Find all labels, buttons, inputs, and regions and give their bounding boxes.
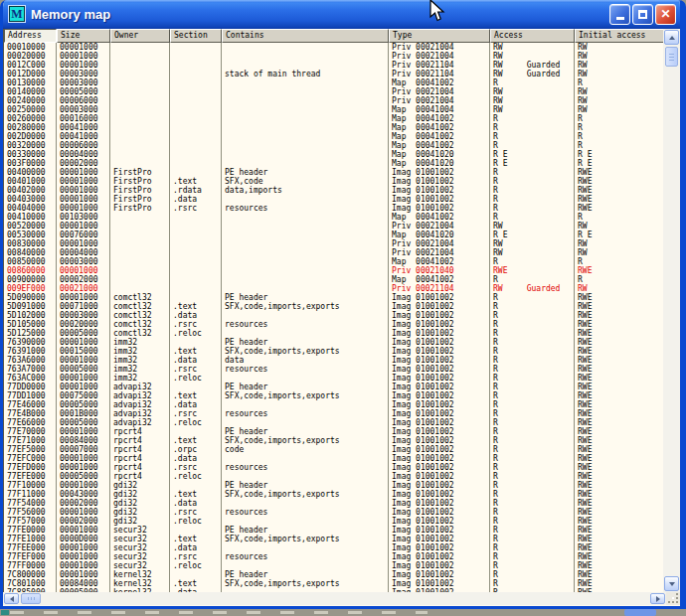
table-row[interactable]: 77DD000000001000advapi32PE headerImag 01… xyxy=(4,383,663,391)
minimize-button[interactable] xyxy=(609,4,630,25)
table-row[interactable]: 0032000000006000Map 00041002RR xyxy=(4,141,663,150)
table-cell: Imag 01001002 xyxy=(389,177,490,186)
table-row[interactable]: 77F1000000001000gdi32PE headerImag 01001… xyxy=(4,481,663,490)
table-row[interactable]: 0040300000001000FirstPro.dataImag 010010… xyxy=(4,195,663,204)
table-row[interactable]: 5D09000000001000comctl32PE headerImag 01… xyxy=(4,293,663,302)
horizontal-scrollbar[interactable] xyxy=(3,592,680,605)
table-row[interactable]: 0040100000001000FirstPro.textSFX,codeIma… xyxy=(4,177,663,186)
column-header-contains[interactable]: Contains xyxy=(222,29,389,43)
table-row[interactable]: 77FEE00000001000secur32.dataImag 0100100… xyxy=(4,543,663,552)
table-row[interactable]: 7C80100000084000kernel32.textSFX,code,im… xyxy=(4,579,663,588)
table-row[interactable]: 0012C00000001000Priv 00021104RW GuardedR… xyxy=(4,61,663,70)
table-row[interactable]: 77FF000000001000secur32.relocImag 010010… xyxy=(4,561,663,570)
resize-grip[interactable] xyxy=(666,592,680,605)
table-cell: 76390000 xyxy=(4,338,57,347)
table-row[interactable]: 0002000000001000Priv 00021004RWRW xyxy=(4,52,663,61)
table-row[interactable]: 77FE000000001000secur32PE headerImag 010… xyxy=(4,526,663,535)
table-cell: RWE xyxy=(575,266,663,275)
table-row[interactable]: 7C80000000001000kernel32PE headerImag 01… xyxy=(4,570,663,579)
table-row[interactable]: 5D09100000071000comctl32.textSFX,code,im… xyxy=(4,302,663,311)
scroll-up-button[interactable] xyxy=(664,30,679,45)
scroll-right-button[interactable] xyxy=(650,593,665,604)
table-cell: RW xyxy=(490,248,575,257)
table-cell: 77F54000 xyxy=(4,499,57,508)
table-row[interactable]: 0014000000005000Priv 00021004RWRW xyxy=(4,87,663,96)
table-row[interactable]: 0026000000016000Map 00041002RR xyxy=(4,114,663,123)
table-row[interactable]: 77E4600000005000advapi32.dataImag 010010… xyxy=(4,400,663,409)
table-row[interactable]: 7639100000015000imm32.textSFX,code,impor… xyxy=(4,347,663,356)
table-row[interactable]: 0025000000003000Map 00041004RWRW xyxy=(4,105,663,114)
table-row[interactable]: 0024000000006000Priv 00021004RWRW xyxy=(4,96,663,105)
table-row[interactable]: 77E7000000001000rpcrt4PE headerImag 0100… xyxy=(4,427,663,436)
table-cell: RW xyxy=(575,239,663,248)
table-row[interactable]: 77EFE00000005000rpcrt4.relocImag 0100100… xyxy=(4,472,663,481)
table-row[interactable]: 0086000000001000Priv 00021040RWERWE xyxy=(4,266,663,275)
table-row[interactable]: 0013000000003000Map 00041002RR xyxy=(4,78,663,87)
title-bar[interactable]: M Memory map ✕ xyxy=(3,0,680,29)
table-row[interactable]: 0085000000003000Map 00041002RR xyxy=(4,257,663,266)
table-row[interactable]: 77EF500000007000rpcrt4.orpccodeImag 0100… xyxy=(4,445,663,454)
table-row[interactable]: 77F1100000043000gdi32.textSFX,code,impor… xyxy=(4,490,663,499)
scroll-down-button[interactable] xyxy=(664,576,679,591)
column-header-address[interactable]: Address xyxy=(4,29,57,43)
table-row[interactable]: 002D000000041000Map 00041002RR xyxy=(4,132,663,141)
table-cell: R xyxy=(490,204,575,213)
column-header-type[interactable]: Type xyxy=(389,29,490,43)
table-row[interactable]: 77E6600000005000advapi32.relocImag 01001… xyxy=(4,418,663,427)
table-row[interactable]: 77FE10000000D000secur32.textSFX,code,imp… xyxy=(4,535,663,543)
table-row[interactable]: 5D10500000020000comctl32.rsrcresourcesIm… xyxy=(4,320,663,329)
table-row[interactable]: 7639000000001000imm32PE headerImag 01001… xyxy=(4,338,663,347)
horizontal-scroll-thumb[interactable] xyxy=(21,593,41,604)
table-row[interactable]: 0040400000001000FirstPro.rsrcresourcesIm… xyxy=(4,204,663,213)
column-header-section[interactable]: Section xyxy=(170,29,222,43)
table-row[interactable]: 77F5700000002000gdi32.relocImag 01001002… xyxy=(4,517,663,526)
table-row[interactable]: 0083000000001000Priv 00021004RWRW xyxy=(4,239,663,248)
table-cell: 00001000 xyxy=(57,526,110,535)
table-cell: 00140000 xyxy=(4,87,57,96)
table-cell: RW xyxy=(490,96,575,105)
table-row[interactable]: 0028000000041000Map 00041002RR xyxy=(4,123,663,132)
table-row[interactable]: 003F000000002000Map 00041020R ER E xyxy=(4,159,663,168)
table-row[interactable]: 77EFD00000001000rpcrt4.rsrcresourcesImag… xyxy=(4,463,663,472)
close-button[interactable]: ✕ xyxy=(655,4,676,25)
maximize-button[interactable] xyxy=(632,4,653,25)
table-row[interactable]: 77F5400000002000gdi32.dataImag 01001002R… xyxy=(4,499,663,508)
column-header-access[interactable]: Access xyxy=(490,29,575,43)
table-row[interactable]: 0053000000076000Map 00041020R ER E xyxy=(4,231,663,239)
table-row[interactable]: 0001000000001000Priv 00021004RWRW xyxy=(4,43,663,52)
table-row[interactable]: 5D10200000003000comctl32.dataImag 010010… xyxy=(4,311,663,320)
table-row[interactable]: 5D12500000005000comctl32.relocImag 01001… xyxy=(4,329,663,338)
ollydbg-m-icon[interactable]: M xyxy=(9,6,25,22)
table-row[interactable]: 0041000000103000Map 00041002RR xyxy=(4,213,663,222)
table-cell: 763A7000 xyxy=(4,365,57,374)
vertical-scrollbar[interactable] xyxy=(663,29,680,592)
table-row[interactable]: 77DD100000075000advapi32.textSFX,code,im… xyxy=(4,391,663,400)
table-row[interactable]: 763A700000005000imm32.rsrcresourcesImag … xyxy=(4,365,663,374)
table-row[interactable]: 0033000000004000Map 00041020R ER E xyxy=(4,150,663,159)
table-row[interactable]: 0040000000001000FirstProPE headerImag 01… xyxy=(4,168,663,177)
table-row[interactable]: 77EFC00000001000rpcrt4.dataImag 01001002… xyxy=(4,454,663,463)
table-row[interactable]: 0084000000004000Priv 00021004RWRW xyxy=(4,248,663,257)
table-cell xyxy=(110,275,170,284)
column-header-size[interactable]: Size xyxy=(57,29,110,43)
table-row[interactable]: 77F5600000001000gdi32.rsrcresourcesImag … xyxy=(4,508,663,517)
table-row[interactable]: 009EF00000021000Priv 00021104RW GuardedR… xyxy=(4,284,663,293)
column-header-initial-access[interactable]: Initial access xyxy=(575,29,663,43)
table-row[interactable]: 0052000000001000Priv 00021004RWRW xyxy=(4,222,663,231)
table-cell: .rsrc xyxy=(170,463,222,472)
table-row[interactable]: 0040200000001000FirstPro.rdatadata,impor… xyxy=(4,186,663,195)
table-row[interactable]: 0012D00000003000stack of main threadPriv… xyxy=(4,70,663,78)
table-cell: 00001000 xyxy=(57,338,110,347)
vertical-scroll-thumb[interactable] xyxy=(665,47,678,67)
table-cell: Imag 01001002 xyxy=(389,570,490,579)
table-cell: 00001000 xyxy=(57,356,110,365)
table-row[interactable]: 77E4B0000001B000advapi32.rsrcresourcesIm… xyxy=(4,409,663,418)
table-row[interactable]: 763A600000001000imm32.datadataImag 01001… xyxy=(4,356,663,365)
column-header-owner[interactable]: Owner xyxy=(110,29,170,43)
table-cell: 00003000 xyxy=(57,311,110,320)
table-row[interactable]: 763AC00000001000imm32.relocImag 01001002… xyxy=(4,374,663,383)
table-row[interactable]: 77E7100000084000rpcrt4.textSFX,code,impo… xyxy=(4,436,663,445)
table-row[interactable]: 0090000000002000Map 00041002RR xyxy=(4,275,663,284)
scroll-left-button[interactable] xyxy=(4,593,19,604)
table-row[interactable]: 77FEF00000001000secur32.rsrcresourcesIma… xyxy=(4,552,663,561)
